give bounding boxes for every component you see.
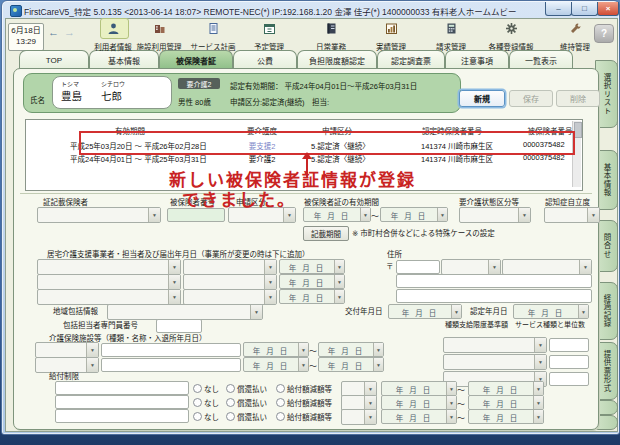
report-date-1[interactable]: 年 月 日▼: [279, 259, 345, 274]
office-select-3[interactable]: ▼: [37, 289, 181, 305]
benefit-end-2[interactable]: 年 月 日▼: [468, 395, 544, 410]
care-state-select[interactable]: ▼: [459, 207, 531, 223]
benefit-start-3[interactable]: 年 月 日▼: [381, 409, 457, 424]
issue-date[interactable]: 年 月 日▼: [388, 304, 462, 319]
help-button[interactable]: ?: [594, 24, 614, 43]
facility-out-date-1[interactable]: 年 月 日▼: [318, 342, 384, 357]
benefit-start-1[interactable]: 年 月 日▼: [381, 381, 457, 396]
name-label: 氏名: [30, 94, 45, 105]
application-status: 申請区分:認定済(継続) 担当:: [230, 96, 329, 107]
facility-type-select-2[interactable]: ▼: [35, 357, 99, 373]
tilde-separator: ～: [309, 360, 317, 371]
chevron-down-icon: ▼: [446, 382, 456, 395]
benefit-end-1[interactable]: 年 月 日▼: [468, 381, 544, 396]
postal-input[interactable]: [396, 260, 440, 274]
cert-date[interactable]: 年 月 日▼: [513, 304, 589, 319]
facility-name-input-2[interactable]: [101, 358, 241, 372]
toolbar-item-label: 利用者情報: [84, 41, 142, 52]
tab-top[interactable]: TOP: [19, 50, 89, 69]
city-select[interactable]: ▼: [502, 259, 592, 275]
staff-select-1[interactable]: ▼: [183, 259, 277, 275]
address-line2-input[interactable]: [396, 289, 592, 303]
toolbar-item-jisseki[interactable]: 実績管理: [362, 21, 420, 52]
service-units-input-3[interactable]: [549, 372, 589, 386]
service-units-input-2[interactable]: [549, 355, 589, 369]
tab-kihon[interactable]: 基本情報: [89, 50, 159, 69]
facility-name-input-1[interactable]: [101, 343, 241, 357]
office-select-2[interactable]: ▼: [37, 274, 181, 290]
facility-in-date-2[interactable]: 年 月 日▼: [243, 357, 309, 372]
tab-futangendo[interactable]: 負担限度額認定: [297, 50, 377, 69]
toolbar-item-service[interactable]: サービス計画: [184, 21, 242, 52]
care-level-badge: 要介護2: [178, 78, 220, 89]
scrollbar-thumb[interactable]: [574, 122, 582, 138]
toolbar-item-yotei[interactable]: 予定管理: [240, 21, 298, 52]
delete-button: 削除: [556, 90, 600, 107]
validity-end-date[interactable]: 年 月 日▼: [380, 207, 448, 222]
service-type-select-1[interactable]: ▼: [443, 337, 547, 353]
radio-reduction-2[interactable]: 給付額減額等: [276, 397, 332, 408]
maximize-button[interactable]: □: [571, 2, 598, 16]
benefit-input-2[interactable]: [55, 395, 189, 409]
staff-select-3[interactable]: ▼: [183, 289, 277, 305]
chevron-down-icon: ▼: [534, 338, 546, 352]
benefit-end-3[interactable]: 年 月 日▼: [468, 409, 544, 424]
main-panel: 氏名 トシマ シチロウ 豊島 七郎 要介護2 男性 80歳 認定有効期間： 平成…: [13, 68, 599, 430]
app-icon: [10, 5, 22, 17]
chiiki-select[interactable]: ▼: [107, 304, 263, 320]
tab-ichiran[interactable]: 一覧表示: [509, 50, 573, 69]
radio-none-1[interactable]: なし: [193, 383, 219, 394]
kisai-period-button[interactable]: 記載期間: [303, 226, 349, 241]
radio-reduction-3[interactable]: 給付額減額等: [276, 411, 332, 422]
service-units-input-1[interactable]: [549, 338, 589, 352]
benefit-start-2[interactable]: 年 月 日▼: [381, 395, 457, 410]
forward-arrow[interactable]: →: [64, 27, 75, 38]
back-arrow[interactable]: ←: [48, 27, 59, 38]
radio-none-2[interactable]: なし: [193, 397, 219, 408]
pref-select[interactable]: ▼: [441, 259, 501, 275]
insurer-select[interactable]: ▼: [37, 207, 161, 223]
radio-none-3[interactable]: なし: [193, 411, 219, 422]
toolbar-item-seikyuu[interactable]: 請求管理: [422, 21, 480, 52]
houkatsu-no-input[interactable]: [156, 319, 202, 333]
service-type-select-2[interactable]: ▼: [443, 354, 547, 370]
validity-label: 被保険者証の有効期間: [304, 198, 379, 207]
radio-reduction-1[interactable]: 給付額減額等: [276, 383, 332, 394]
radio-reimburse-2[interactable]: 償還払い: [226, 397, 267, 408]
dementia-select[interactable]: ▼: [544, 207, 600, 223]
insurer-label: 証記載保険者: [43, 198, 88, 207]
radio-reimburse-3[interactable]: 償還払い: [226, 411, 267, 422]
toolbar-item-nichijou[interactable]: 日常業務: [302, 21, 360, 52]
tab-kouhi[interactable]: 公費: [233, 50, 297, 69]
tab-ninteichousa[interactable]: 認定調査票: [377, 50, 445, 69]
new-button[interactable]: 新規: [459, 90, 505, 107]
chevron-down-icon: ▼: [533, 396, 543, 409]
chevron-down-icon: ▼: [298, 343, 308, 356]
toolbar-item-touroku[interactable]: 各種登録情報: [482, 21, 540, 52]
facility-type-select-1[interactable]: ▼: [35, 342, 99, 358]
radio-reimburse-1[interactable]: 償還払い: [226, 383, 267, 394]
radio-icon: [276, 398, 285, 407]
chevron-down-icon: ▼: [148, 208, 160, 222]
chevron-down-icon: ▼: [264, 290, 276, 304]
office-select-1[interactable]: ▼: [37, 259, 181, 275]
radio-icon: [226, 398, 235, 407]
report-date-3[interactable]: 年 月 日▼: [279, 289, 345, 304]
name-field[interactable]: トシマ シチロウ 豊島 七郎: [52, 76, 172, 109]
radio-icon: [193, 398, 202, 407]
report-date-2[interactable]: 年 月 日▼: [279, 274, 345, 289]
facility-in-date-1[interactable]: 年 月 日▼: [243, 342, 309, 357]
facility-out-date-2[interactable]: 年 月 日▼: [318, 357, 384, 372]
tab-chuui[interactable]: 注意事項: [445, 50, 509, 69]
tab-hihokenshashou[interactable]: 被保険者証: [159, 50, 233, 69]
minimize-button[interactable]: –: [545, 2, 572, 16]
benefit-input-3[interactable]: [55, 409, 189, 423]
benefit-select-3[interactable]: ▼: [341, 409, 377, 425]
benefit-input-1[interactable]: [55, 381, 189, 395]
address-line1-input[interactable]: [396, 274, 592, 288]
staff-select-2[interactable]: ▼: [183, 274, 277, 290]
document-icon: [207, 22, 220, 35]
chevron-down-icon: ▼: [168, 275, 180, 289]
validity-start-date[interactable]: 年 月 日▼: [303, 207, 371, 222]
close-button[interactable]: ×: [597, 2, 619, 16]
